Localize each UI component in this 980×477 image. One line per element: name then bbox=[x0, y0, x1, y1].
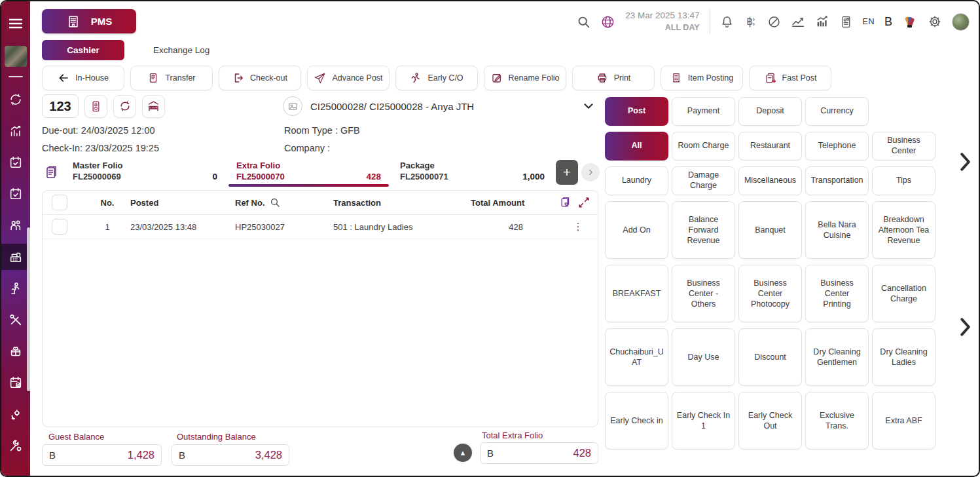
search-icon[interactable] bbox=[577, 15, 590, 29]
sidebar-item-cashier-icon[interactable] bbox=[1, 244, 30, 270]
search-in-folios-icon[interactable] bbox=[558, 195, 573, 210]
row-checkbox[interactable] bbox=[52, 219, 67, 235]
item-tile[interactable]: Business Center - Others bbox=[672, 265, 735, 322]
report-document-icon[interactable] bbox=[839, 15, 853, 29]
notifications-bell-icon[interactable] bbox=[720, 15, 734, 29]
item-tile[interactable]: Breakdown Afternoon Tea Revenue bbox=[872, 201, 935, 259]
panel-scroll-right-button-bottom[interactable] bbox=[956, 316, 974, 338]
user-avatar[interactable] bbox=[952, 13, 970, 31]
item-tile[interactable]: Discount bbox=[738, 328, 802, 386]
item-tile[interactable]: Early Check In 1 bbox=[672, 392, 735, 449]
item-tile[interactable]: Dry Cleaning Ladies bbox=[872, 328, 935, 386]
block-slash-icon[interactable] bbox=[767, 15, 781, 29]
guest-header[interactable]: CI25000028/ CI25000028 - Anya JTH bbox=[283, 96, 596, 116]
item-tile[interactable]: Cancellation Charge bbox=[872, 265, 935, 322]
check-out-button[interactable]: Check-out bbox=[219, 66, 301, 90]
sidebar-item-guests-icon[interactable] bbox=[1, 212, 30, 238]
outstanding-currency: B bbox=[179, 449, 185, 461]
sidebar-item-maintenance-icon[interactable] bbox=[1, 307, 30, 333]
item-tile[interactable]: Early Check in bbox=[605, 392, 668, 449]
collapse-panel-button[interactable]: ▲ bbox=[454, 444, 472, 462]
table-row[interactable]: 1 23/03/2025 13:48 HP25030027 501 : Laun… bbox=[43, 215, 598, 239]
item-tile[interactable]: Business Center Photocopy bbox=[738, 265, 802, 322]
rename-folio-button[interactable]: Rename Folio bbox=[484, 66, 566, 90]
print-button[interactable]: Print bbox=[572, 66, 655, 90]
category-damage-charge-button[interactable]: Damage Charge bbox=[672, 166, 735, 195]
check-in-text: Check-In: 23/03/2025 19:25 bbox=[42, 140, 159, 157]
globe-network-icon[interactable] bbox=[600, 14, 615, 29]
refresh-status-button[interactable] bbox=[113, 95, 136, 118]
sidebar-item-calendar-check-icon[interactable] bbox=[1, 149, 30, 176]
category-telephone-button[interactable]: Telephone bbox=[805, 132, 869, 161]
category-business-center-button[interactable]: Business Center bbox=[872, 132, 935, 161]
item-tile[interactable]: Dry Cleaning Gentlemen bbox=[805, 328, 869, 386]
language-selector[interactable]: EN bbox=[863, 17, 875, 26]
theme-palette-icon[interactable] bbox=[902, 14, 918, 29]
category-laundry-button[interactable]: Laundry bbox=[605, 166, 668, 195]
panel-scroll-right-button-top[interactable] bbox=[956, 151, 974, 173]
copy-folios-icon[interactable] bbox=[42, 158, 62, 187]
sidebar-item-schedule-icon[interactable] bbox=[1, 370, 30, 396]
settings-gear-icon[interactable] bbox=[928, 14, 942, 29]
master-folio-amount: 0 bbox=[212, 172, 217, 181]
early-co-button[interactable]: Early C/O bbox=[395, 66, 478, 90]
item-tile[interactable]: Day Use bbox=[672, 328, 735, 386]
mode-deposit-button[interactable]: Deposit bbox=[738, 97, 802, 126]
pms-home-button[interactable]: PMS bbox=[42, 9, 136, 33]
hamburger-menu-icon[interactable] bbox=[1, 10, 30, 37]
baht-currency-icon[interactable]: B bbox=[744, 15, 757, 29]
tab-cashier[interactable]: Cashier bbox=[42, 40, 124, 60]
transfer-button[interactable]: Transfer bbox=[130, 66, 213, 90]
category-room-charge-button[interactable]: Room Charge bbox=[672, 132, 735, 161]
header-no: No. bbox=[84, 198, 130, 208]
hotel-logo-thumbnail[interactable] bbox=[5, 46, 27, 67]
item-tile[interactable]: Banquet bbox=[738, 201, 802, 259]
item-tile[interactable]: Extra ABF bbox=[872, 392, 935, 449]
sidebar-item-statistics-icon[interactable] bbox=[1, 118, 30, 144]
folio-tab-package[interactable]: Package FL25000071 1,000 bbox=[392, 158, 553, 187]
chevron-down-icon[interactable] bbox=[581, 99, 596, 113]
category-miscellaneous-button[interactable]: Miscellaneous bbox=[738, 166, 802, 195]
category-tips-button[interactable]: Tips bbox=[872, 166, 935, 195]
sidebar-item-sync-icon[interactable] bbox=[1, 86, 30, 113]
item-tile[interactable]: Exclusive Trans. bbox=[805, 392, 869, 449]
category-restaurant-button[interactable]: Restaurant bbox=[738, 132, 802, 161]
folio-tab-extra[interactable]: Extra Folio FL25000070 428 bbox=[228, 158, 389, 187]
sidebar-item-calendar-check2-icon[interactable] bbox=[1, 181, 30, 207]
mode-post-button[interactable]: Post bbox=[605, 97, 668, 126]
item-tile[interactable]: Add On bbox=[605, 201, 668, 259]
folio-tab-master[interactable]: Master Folio FL25000069 0 bbox=[65, 158, 225, 187]
mode-currency-button[interactable]: Currency bbox=[805, 97, 869, 126]
expand-table-icon[interactable] bbox=[577, 195, 591, 210]
line-chart-icon[interactable] bbox=[791, 14, 805, 29]
item-tile[interactable]: Balance Forward Revenue bbox=[672, 201, 735, 259]
select-all-checkbox[interactable] bbox=[52, 195, 67, 210]
item-posting-button[interactable]: Item Posting bbox=[661, 66, 743, 90]
in-house-button[interactable]: In-House bbox=[42, 66, 124, 90]
item-tile[interactable]: Business Center Printing bbox=[805, 265, 869, 322]
item-tile[interactable]: Chuchaiburi_UAT bbox=[605, 328, 668, 386]
advance-post-button[interactable]: Advance Post bbox=[307, 66, 390, 90]
item-tile[interactable]: Early Check Out bbox=[738, 392, 802, 449]
sidebar-scrollbar[interactable] bbox=[27, 227, 30, 391]
row-menu-kebab-icon[interactable]: ⋮ bbox=[558, 221, 598, 233]
sidebar bbox=[1, 1, 30, 476]
item-tile[interactable]: BREAKFAST bbox=[605, 265, 668, 322]
mode-payment-button[interactable]: Payment bbox=[672, 97, 735, 126]
add-folio-button[interactable]: + bbox=[556, 160, 578, 185]
ref-search-icon[interactable] bbox=[270, 197, 280, 208]
sidebar-item-automation-icon[interactable] bbox=[1, 401, 30, 427]
sidebar-item-setup-tools-icon[interactable] bbox=[1, 432, 30, 459]
folio-scroll-right-button[interactable]: › bbox=[581, 163, 600, 181]
tab-exchange-log[interactable]: Exchange Log bbox=[153, 45, 209, 55]
room-bed-button[interactable] bbox=[142, 95, 165, 118]
sidebar-item-concierge-icon[interactable] bbox=[1, 275, 30, 301]
category-transportation-button[interactable]: Transportation bbox=[805, 166, 869, 195]
category-all-button[interactable]: All bbox=[605, 132, 668, 161]
fast-post-button[interactable]: Fast Post bbox=[749, 66, 831, 90]
item-tile[interactable]: Bella Nara Cuisine bbox=[805, 201, 869, 259]
guest-card-button[interactable] bbox=[84, 95, 107, 118]
bar-chart-icon[interactable] bbox=[815, 14, 829, 29]
currency-selector[interactable]: B bbox=[884, 15, 892, 29]
sidebar-item-packages-icon[interactable] bbox=[1, 338, 30, 364]
